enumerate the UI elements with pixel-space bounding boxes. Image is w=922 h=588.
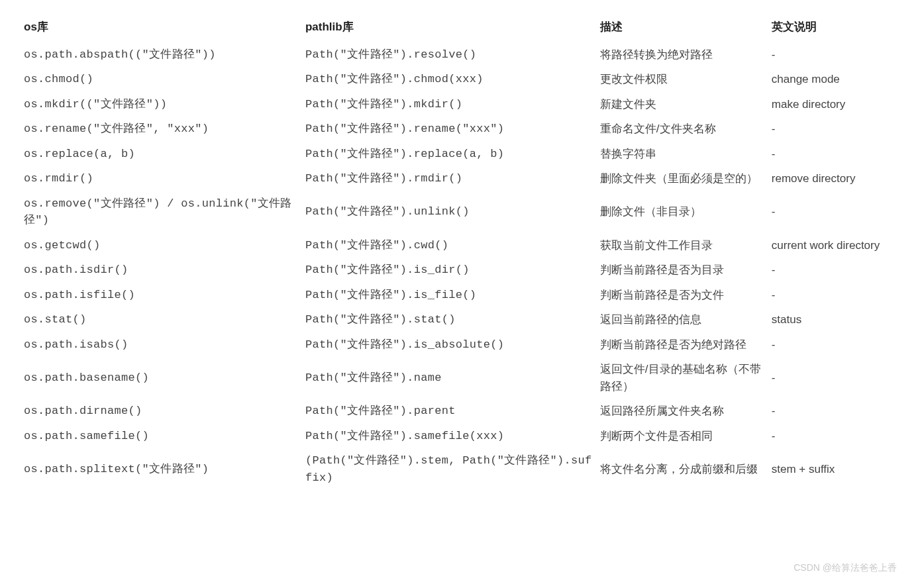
cell-pathlib: Path("文件路径").rename("xxx") [303, 117, 597, 142]
cell-desc: 判断两个文件是否相同 [597, 424, 769, 449]
cell-os: os.path.basename() [21, 357, 303, 399]
cell-eng: - [769, 399, 901, 424]
cell-desc: 删除文件（非目录） [597, 191, 769, 233]
cell-eng: - [769, 191, 901, 233]
cell-eng: - [769, 142, 901, 167]
cell-eng: - [769, 117, 901, 142]
header-desc: 描述 [597, 16, 769, 42]
cell-os: os.path.abspath(("文件路径")) [21, 42, 303, 68]
cell-pathlib: Path("文件路径").replace(a, b) [303, 142, 597, 167]
cell-desc: 返回文件/目录的基础名称（不带路径） [597, 357, 769, 399]
table-row: os.path.samefile()Path("文件路径").samefile(… [21, 424, 901, 449]
cell-pathlib: Path("文件路径").unlink() [303, 191, 597, 233]
header-row: os库 pathlib库 描述 英文说明 [21, 16, 901, 42]
cell-eng: make directory [769, 92, 901, 117]
cell-eng: status [769, 307, 901, 332]
cell-eng: remove directory [769, 166, 901, 191]
cell-pathlib: Path("文件路径").samefile(xxx) [303, 424, 597, 449]
table-row: os.rmdir()Path("文件路径").rmdir()删除文件夹（里面必须… [21, 166, 901, 191]
cell-desc: 返回当前路径的信息 [597, 307, 769, 332]
cell-eng: - [769, 332, 901, 358]
cell-pathlib: Path("文件路径").rmdir() [303, 166, 597, 191]
cell-desc: 判断当前路径是否为目录 [597, 258, 769, 283]
header-os: os库 [21, 16, 303, 42]
cell-os: os.replace(a, b) [21, 142, 303, 167]
cell-eng: - [769, 283, 901, 308]
cell-desc: 替换字符串 [597, 142, 769, 167]
cell-os: os.mkdir(("文件路径")) [21, 92, 303, 117]
table-row: os.path.basename()Path("文件路径").name返回文件/… [21, 357, 901, 399]
cell-os: os.remove("文件路径") / os.unlink("文件路径") [21, 191, 303, 233]
cell-os: os.rename("文件路径", "xxx") [21, 117, 303, 142]
cell-eng: stem + suffix [769, 448, 901, 490]
cell-eng: current work directory [769, 233, 901, 258]
cell-pathlib: Path("文件路径").is_file() [303, 283, 597, 308]
comparison-table: os库 pathlib库 描述 英文说明 os.path.abspath(("文… [21, 16, 901, 490]
cell-desc: 新建文件夹 [597, 92, 769, 117]
cell-pathlib: (Path("文件路径").stem, Path("文件路径").suffix) [303, 448, 597, 490]
cell-os: os.path.isabs() [21, 332, 303, 358]
table-row: os.path.splitext("文件路径")(Path("文件路径").st… [21, 448, 901, 490]
cell-desc: 判断当前路径是否为绝对路径 [597, 332, 769, 358]
cell-os: os.path.isfile() [21, 283, 303, 308]
table-row: os.path.dirname()Path("文件路径").parent返回路径… [21, 399, 901, 424]
cell-desc: 获取当前文件工作目录 [597, 233, 769, 258]
cell-os: os.path.dirname() [21, 399, 303, 424]
table-row: os.stat()Path("文件路径").stat()返回当前路径的信息sta… [21, 307, 901, 332]
cell-os: os.getcwd() [21, 233, 303, 258]
cell-pathlib: Path("文件路径").cwd() [303, 233, 597, 258]
cell-eng: - [769, 42, 901, 68]
table-row: os.path.abspath(("文件路径"))Path("文件路径").re… [21, 42, 901, 68]
cell-pathlib: Path("文件路径").chmod(xxx) [303, 67, 597, 92]
table-row: os.mkdir(("文件路径"))Path("文件路径").mkdir()新建… [21, 92, 901, 117]
cell-eng: - [769, 258, 901, 283]
cell-pathlib: Path("文件路径").name [303, 357, 597, 399]
cell-desc: 重命名文件/文件夹名称 [597, 117, 769, 142]
table-row: os.getcwd()Path("文件路径").cwd()获取当前文件工作目录c… [21, 233, 901, 258]
cell-desc: 更改文件权限 [597, 67, 769, 92]
header-pathlib: pathlib库 [303, 16, 597, 42]
cell-pathlib: Path("文件路径").is_absolute() [303, 332, 597, 358]
table-row: os.chmod()Path("文件路径").chmod(xxx)更改文件权限c… [21, 67, 901, 92]
cell-pathlib: Path("文件路径").parent [303, 399, 597, 424]
cell-desc: 删除文件夹（里面必须是空的） [597, 166, 769, 191]
cell-desc: 将文件名分离，分成前缀和后缀 [597, 448, 769, 490]
cell-eng: - [769, 424, 901, 449]
cell-desc: 判断当前路径是否为文件 [597, 283, 769, 308]
cell-os: os.rmdir() [21, 166, 303, 191]
table-row: os.replace(a, b)Path("文件路径").replace(a, … [21, 142, 901, 167]
cell-os: os.path.splitext("文件路径") [21, 448, 303, 490]
table-row: os.remove("文件路径") / os.unlink("文件路径")Pat… [21, 191, 901, 233]
table-row: os.rename("文件路径", "xxx")Path("文件路径").ren… [21, 117, 901, 142]
cell-pathlib: Path("文件路径").resolve() [303, 42, 597, 68]
table-row: os.path.isfile()Path("文件路径").is_file()判断… [21, 283, 901, 308]
table-row: os.path.isabs()Path("文件路径").is_absolute(… [21, 332, 901, 358]
cell-os: os.stat() [21, 307, 303, 332]
cell-desc: 将路径转换为绝对路径 [597, 42, 769, 68]
cell-eng: - [769, 357, 901, 399]
header-eng: 英文说明 [769, 16, 901, 42]
cell-pathlib: Path("文件路径").is_dir() [303, 258, 597, 283]
cell-os: os.path.samefile() [21, 424, 303, 449]
cell-eng: change mode [769, 67, 901, 92]
cell-pathlib: Path("文件路径").stat() [303, 307, 597, 332]
cell-desc: 返回路径所属文件夹名称 [597, 399, 769, 424]
cell-pathlib: Path("文件路径").mkdir() [303, 92, 597, 117]
table-row: os.path.isdir()Path("文件路径").is_dir()判断当前… [21, 258, 901, 283]
cell-os: os.chmod() [21, 67, 303, 92]
cell-os: os.path.isdir() [21, 258, 303, 283]
